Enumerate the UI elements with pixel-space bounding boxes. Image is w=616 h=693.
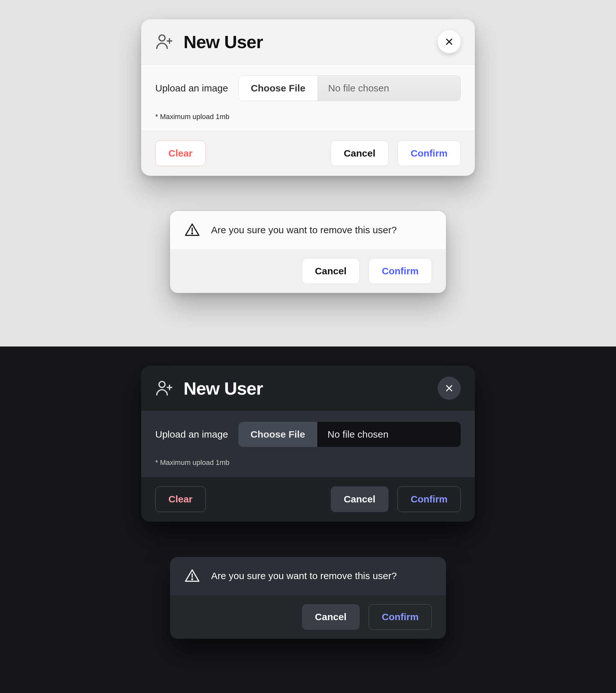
- confirm-button[interactable]: Confirm: [398, 140, 461, 166]
- upload-hint: * Maximum upload 1mb: [155, 458, 461, 467]
- alert-footer: Cancel Confirm: [170, 595, 446, 639]
- file-input-group: Choose File No file chosen: [238, 422, 461, 447]
- cancel-button[interactable]: Cancel: [331, 487, 389, 512]
- cancel-button[interactable]: Cancel: [331, 140, 389, 166]
- upload-row: Upload an image Choose File No file chos…: [155, 75, 461, 101]
- close-button[interactable]: [438, 377, 461, 400]
- svg-point-13: [192, 579, 193, 580]
- modal-title: New User: [183, 32, 428, 52]
- choose-file-button[interactable]: Choose File: [239, 76, 318, 101]
- file-status: No file chosen: [318, 76, 460, 101]
- alert-message: Are you sure you want to remove this use…: [211, 224, 397, 236]
- upload-label: Upload an image: [155, 429, 228, 440]
- close-button[interactable]: [438, 30, 461, 53]
- upload-row: Upload an image Choose File No file chos…: [155, 422, 461, 447]
- modal-body: Upload an image Choose File No file chos…: [141, 411, 475, 477]
- alert-cancel-button[interactable]: Cancel: [302, 258, 360, 284]
- svg-point-0: [159, 35, 165, 41]
- warning-icon: [184, 222, 200, 238]
- new-user-modal-dark: New User Upload an image Choose File No …: [141, 366, 475, 522]
- choose-file-button[interactable]: Choose File: [238, 422, 317, 447]
- upload-hint: * Maximum upload 1mb: [155, 113, 461, 121]
- confirm-button[interactable]: Confirm: [398, 487, 461, 512]
- modal-footer: Clear Cancel Confirm: [141, 477, 475, 522]
- warning-icon: [184, 568, 200, 584]
- dark-theme-panel: New User Upload an image Choose File No …: [0, 346, 616, 693]
- modal-footer: Clear Cancel Confirm: [141, 131, 475, 176]
- clear-button[interactable]: Clear: [155, 140, 206, 166]
- modal-body: Upload an image Choose File No file chos…: [141, 64, 475, 131]
- alert-footer: Cancel Confirm: [170, 249, 446, 293]
- alert-confirm-button[interactable]: Confirm: [369, 258, 432, 284]
- clear-button[interactable]: Clear: [155, 487, 206, 512]
- light-theme-panel: New User Upload an image Choose File No …: [0, 0, 616, 346]
- new-user-modal: New User Upload an image Choose File No …: [141, 19, 475, 176]
- user-plus-icon: [155, 379, 173, 397]
- file-input-group: Choose File No file chosen: [238, 75, 461, 101]
- alert-message: Are you sure you want to remove this use…: [211, 571, 397, 581]
- alert-confirm-button[interactable]: Confirm: [369, 604, 432, 630]
- modal-header: New User: [141, 366, 475, 411]
- alert-body: Are you sure you want to remove this use…: [170, 557, 446, 595]
- svg-point-6: [192, 233, 193, 234]
- alert-cancel-button[interactable]: Cancel: [302, 604, 360, 630]
- close-icon: [445, 384, 454, 393]
- remove-user-alert-dark: Are you sure you want to remove this use…: [170, 557, 446, 639]
- user-plus-icon: [155, 33, 173, 51]
- alert-body: Are you sure you want to remove this use…: [170, 211, 446, 249]
- svg-point-7: [159, 381, 165, 388]
- file-status: No file chosen: [317, 422, 461, 447]
- close-icon: [445, 37, 454, 46]
- modal-title: New User: [183, 378, 428, 399]
- modal-header: New User: [141, 19, 475, 64]
- remove-user-alert: Are you sure you want to remove this use…: [170, 211, 446, 293]
- upload-label: Upload an image: [155, 83, 228, 94]
